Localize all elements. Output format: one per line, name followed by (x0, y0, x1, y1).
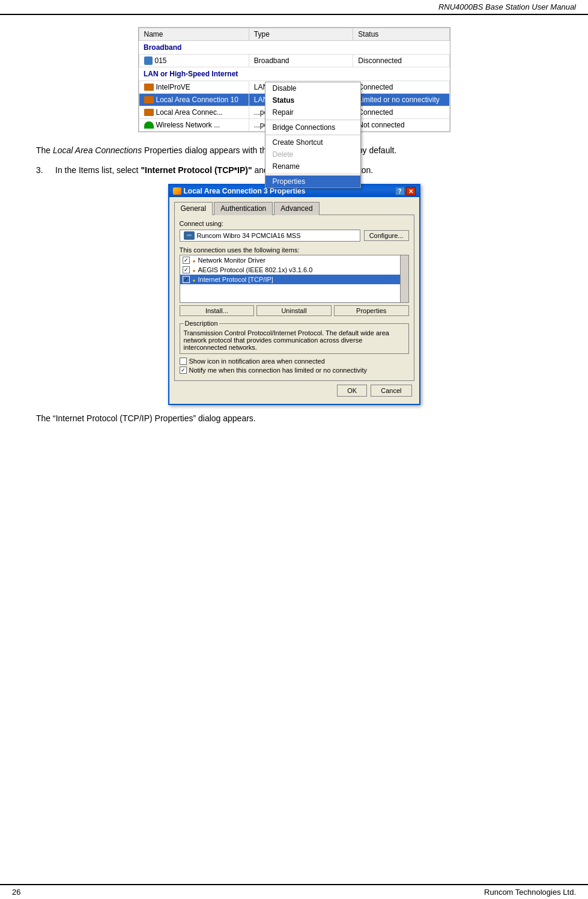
context-menu-properties[interactable]: Properties (265, 175, 360, 187)
cancel-button[interactable]: Cancel (371, 385, 411, 397)
dialog-body: General Authentication Advanced Connect … (169, 197, 419, 404)
broadband-icon (144, 56, 153, 65)
lan-icon (144, 96, 154, 103)
item-icon: ⬥ (192, 276, 196, 283)
titlebar-buttons: ? ✕ (395, 187, 416, 195)
checkbox-3[interactable]: ✓ (183, 276, 190, 283)
col-name: Name (139, 28, 249, 41)
list-item[interactable]: ✓ ⬥ Internet Protocol [TCP/IP] (180, 275, 408, 284)
item-icon: ⬥ (192, 257, 196, 264)
list-buttons: Install... Uninstall Properties (180, 305, 409, 316)
bold-text: "Internet Protocol (TCP*IP)" (141, 165, 252, 175)
list-item[interactable]: ✓ ⬥ AEGIS Protocol (IEEE 802.1x) v3.1.6.… (180, 265, 408, 275)
checkbox-row-1: Show icon in notification area when conn… (180, 358, 409, 365)
step-number: 3. (36, 164, 50, 177)
configure-button[interactable]: Configure... (364, 230, 409, 241)
items-label: This connection uses the following items… (180, 246, 409, 254)
tab-advanced[interactable]: Advanced (274, 202, 319, 215)
scrollbar-vertical[interactable] (400, 255, 408, 302)
item-label: AEGIS Protocol (IEEE 802.1x) v3.1.6.0 (198, 266, 313, 273)
checkbox-2-label: Notify me when this connection has limit… (189, 367, 368, 374)
context-menu-repair[interactable]: Repair (265, 106, 360, 118)
connection-name-cell: 015 (144, 56, 244, 65)
close-button[interactable]: ✕ (406, 187, 416, 195)
connection-name-cell: IntelProVE (144, 83, 244, 91)
device-box: Runcom Wibro 34 PCMCIA16 MSS (180, 230, 360, 242)
context-menu-rename[interactable]: Rename (265, 160, 360, 172)
dialog-title: Local Area Connection 3 Properties (184, 187, 306, 195)
wireless-icon (144, 121, 154, 129)
connection-name-cell: Local Area Connec... (144, 108, 244, 117)
connection-name-cell: Local Area Connection 10 (144, 96, 244, 104)
item-icon: ⬥ (192, 267, 196, 273)
dialog-icon (173, 187, 181, 195)
page-number: 26 (12, 888, 20, 897)
separator (265, 120, 360, 120)
help-button[interactable]: ? (395, 187, 405, 195)
dialog-buttons: OK Cancel (174, 381, 414, 399)
checkbox-2[interactable]: ✓ (183, 266, 190, 273)
section-broadband: Broadband (139, 41, 449, 55)
properties-button[interactable]: Properties (334, 305, 409, 316)
tab-authentication[interactable]: Authentication (214, 202, 273, 215)
col-status: Status (353, 28, 449, 41)
manual-title: RNU4000BS Base Station User Manual (438, 2, 576, 11)
context-menu-delete: Delete (265, 148, 360, 160)
connect-device-row: Runcom Wibro 34 PCMCIA16 MSS Configure..… (180, 230, 409, 242)
notify-checkbox[interactable]: ✓ (180, 367, 187, 374)
properties-dialog: Local Area Connection 3 Properties ? ✕ G… (168, 184, 420, 405)
checkbox-1[interactable]: ✓ (183, 257, 190, 264)
network-connections-screenshot: Name Type Status Broadband 015 (138, 27, 450, 132)
checkbox-row-2: ✓ Notify me when this connection has lim… (180, 367, 409, 374)
svg-rect-1 (187, 234, 192, 236)
device-icon (184, 231, 195, 240)
separator (265, 135, 360, 135)
list-item[interactable]: ✓ ⬥ Network Monitor Driver (180, 255, 408, 265)
company-name: Runcom Technologies Ltd. (484, 888, 576, 897)
uninstall-button[interactable]: Uninstall (256, 305, 332, 316)
lan-icon (144, 109, 154, 116)
tabs-row: General Authentication Advanced (174, 202, 414, 215)
item-label: Internet Protocol [TCP/IP] (198, 276, 273, 283)
paragraph-2-text: The “Internet Protocol (TCP/IP) Properti… (36, 413, 256, 423)
connect-label: Connect using: (180, 220, 409, 227)
checkbox-1-label: Show icon in notification area when conn… (189, 358, 325, 365)
tab-general[interactable]: General (174, 202, 213, 215)
paragraph-2: The “Internet Protocol (TCP/IP) Properti… (36, 412, 552, 425)
tab-content-general: Connect using: Runcom Wibro 34 PCMCIA16 … (174, 215, 414, 381)
connection-name-cell: Wireless Network ... (144, 121, 244, 129)
item-label: Network Monitor Driver (198, 257, 265, 264)
ok-button[interactable]: OK (337, 385, 367, 397)
section-lan: LAN or High-Speed Internet (139, 67, 449, 81)
col-type: Type (249, 28, 353, 41)
show-icon-checkbox[interactable] (180, 358, 187, 365)
description-group: Description Transmission Control Protoco… (180, 320, 409, 354)
page-footer: 26 Runcom Technologies Ltd. (0, 884, 588, 899)
separator (265, 174, 360, 174)
page-header: RNU4000BS Base Station User Manual (0, 0, 588, 15)
lan-icon (144, 84, 154, 91)
main-content: Name Type Status Broadband 015 (0, 15, 588, 444)
context-menu-bridge[interactable]: Bridge Connections (265, 121, 360, 133)
context-menu-disable[interactable]: Disable (265, 82, 360, 94)
table-row[interactable]: 015 Broadband Disconnected (139, 55, 449, 67)
description-legend: Description (184, 320, 219, 327)
context-menu-shortcut[interactable]: Create Shortcut (265, 136, 360, 148)
items-list: ✓ ⬥ Network Monitor Driver ✓ ⬥ AEGIS Pro… (180, 255, 409, 303)
description-text: Transmission Control Protocol/Internet P… (184, 329, 405, 351)
install-button[interactable]: Install... (180, 305, 255, 316)
italic-text: Local Area Connections (53, 145, 142, 155)
context-menu: Disable Status Repair Bridge Connections… (265, 82, 361, 188)
context-menu-status[interactable]: Status (265, 94, 360, 106)
device-name: Runcom Wibro 34 PCMCIA16 MSS (197, 232, 301, 239)
